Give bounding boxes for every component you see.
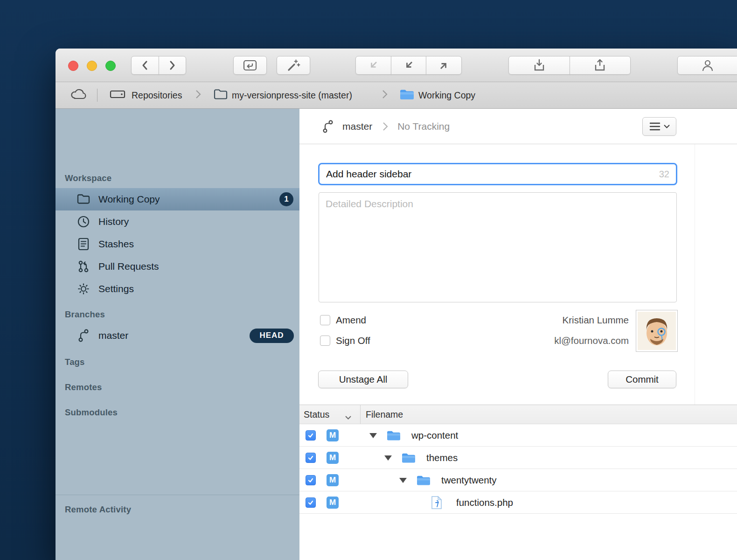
sidebar-item-label: Stashes (98, 238, 134, 250)
clock-icon (76, 215, 91, 229)
current-branch-label[interactable]: master (342, 121, 372, 132)
stash-actions-group (508, 56, 631, 75)
filename-column-header[interactable]: Filename (366, 405, 403, 424)
folder-icon (401, 452, 416, 464)
quick-actions-button[interactable] (277, 56, 310, 75)
file-row[interactable]: M themes (299, 447, 737, 469)
sidebar-section-remote-activity: Remote Activity (65, 504, 131, 515)
disclosure-triangle-icon[interactable] (369, 433, 377, 438)
document-icon (76, 237, 91, 251)
count-badge: 1 (279, 192, 293, 206)
amend-label: Amend (336, 315, 366, 326)
breadcrumb-working-copy[interactable]: Working Copy (418, 90, 475, 101)
profile-button[interactable] (677, 56, 737, 75)
stash-down-icon (532, 58, 546, 72)
arrow-down-left-bold-icon (402, 58, 416, 72)
status-badge: M (327, 452, 339, 464)
chevron-down-icon (664, 125, 670, 128)
author-email: kl@fournova.com (554, 335, 629, 346)
minimize-button[interactable] (87, 61, 97, 71)
sidebar-section-workspace: Workspace (65, 173, 111, 183)
file-table-header: Status Filename (299, 405, 737, 424)
filename-label: functions.php (456, 491, 513, 514)
author-avatar[interactable] (636, 310, 678, 352)
stage-checkbox[interactable] (306, 453, 316, 463)
tracking-status[interactable]: No Tracking (397, 121, 450, 132)
sidebar-item-label: Settings (98, 283, 134, 294)
column-separator (360, 405, 361, 424)
main-pane: master No Tracking 32 Amend Sign Off Kri… (299, 109, 737, 560)
amend-checkbox[interactable] (320, 315, 330, 325)
description-textarea[interactable] (319, 192, 677, 302)
cloud-icon[interactable] (70, 88, 88, 102)
folder-icon (416, 474, 431, 486)
stage-checkbox[interactable] (306, 430, 316, 441)
author-name: Kristian Lumme (563, 315, 629, 326)
commit-button[interactable]: Commit (608, 371, 676, 388)
apply-stash-button[interactable] (570, 56, 631, 75)
filename-label: wp-content (411, 424, 458, 447)
chevron-right-icon (167, 60, 177, 71)
working-copy-view-button[interactable] (233, 56, 267, 75)
status-badge: M (327, 429, 339, 441)
pull-request-icon (76, 259, 91, 273)
profile-group (677, 56, 737, 75)
sidebar-item-history[interactable]: History (56, 210, 299, 233)
stash-button[interactable] (508, 56, 570, 75)
merge-actions-group (355, 56, 462, 75)
branch-icon (322, 119, 334, 133)
breadcrumb-repositories[interactable]: Repositories (132, 90, 182, 101)
sidebar-divider (56, 495, 299, 495)
amend-option: Amend (320, 315, 366, 326)
sidebar-item-branch-master[interactable]: master HEAD (56, 324, 299, 347)
stage-checkbox[interactable] (306, 497, 316, 508)
disclosure-triangle-icon[interactable] (399, 478, 407, 483)
folder-icon (76, 192, 91, 206)
sidebar-section-tags: Tags (65, 357, 85, 367)
forward-button[interactable] (159, 56, 187, 75)
pull-button[interactable] (355, 56, 391, 75)
back-button[interactable] (131, 56, 159, 75)
branch-icon (76, 329, 91, 343)
file-row[interactable]: M wp-content (299, 424, 737, 447)
commit-message-input[interactable] (320, 168, 659, 180)
file-table-body: M wp-content M themes M (299, 424, 737, 560)
sidebar-item-label: Pull Requests (98, 261, 159, 272)
commit-box-icon (243, 59, 257, 72)
folder-icon (386, 429, 401, 441)
gear-icon (76, 282, 91, 296)
sidebar-item-pull-requests[interactable]: Pull Requests (56, 255, 299, 278)
chevron-down-icon[interactable] (345, 413, 351, 421)
folder-icon (213, 88, 228, 102)
zoom-button[interactable] (105, 61, 116, 71)
person-icon (701, 58, 715, 72)
unstage-all-button[interactable]: Unstage All (318, 371, 408, 388)
merge-button[interactable] (391, 56, 427, 75)
close-button[interactable] (68, 61, 78, 71)
sidebar-item-settings[interactable]: Settings (56, 278, 299, 300)
sidebar-section-remotes: Remotes (65, 382, 102, 392)
stage-checkbox[interactable] (306, 475, 316, 485)
view-options-button[interactable] (642, 117, 676, 136)
file-row[interactable]: M twentytwenty (299, 469, 737, 491)
pane-divider (695, 144, 695, 405)
filename-label: twentytwenty (441, 469, 497, 491)
status-badge: M (327, 474, 339, 486)
disclosure-triangle-icon[interactable] (384, 455, 392, 461)
char-count: 32 (659, 169, 676, 180)
status-column-header[interactable]: Status (304, 405, 329, 424)
arrow-up-right-icon (437, 58, 451, 72)
sidebar-item-label: History (98, 216, 129, 227)
sidebar-item-working-copy[interactable]: Working Copy 1 (56, 188, 299, 210)
filename-label: themes (426, 447, 458, 469)
breadcrumb-divider (97, 89, 97, 102)
chevron-right-icon (382, 90, 388, 101)
sidebar-section-submodules: Submodules (65, 407, 118, 418)
sidebar-item-stashes[interactable]: Stashes (56, 233, 299, 255)
sidebar-item-label: master (98, 330, 128, 341)
sign-off-checkbox[interactable] (320, 336, 330, 346)
sign-off-label: Sign Off (336, 335, 370, 346)
file-row[interactable]: M functions.php (299, 491, 737, 514)
breadcrumb-repo[interactable]: my-versionpress-site (master) (232, 90, 352, 101)
push-button[interactable] (426, 56, 462, 75)
